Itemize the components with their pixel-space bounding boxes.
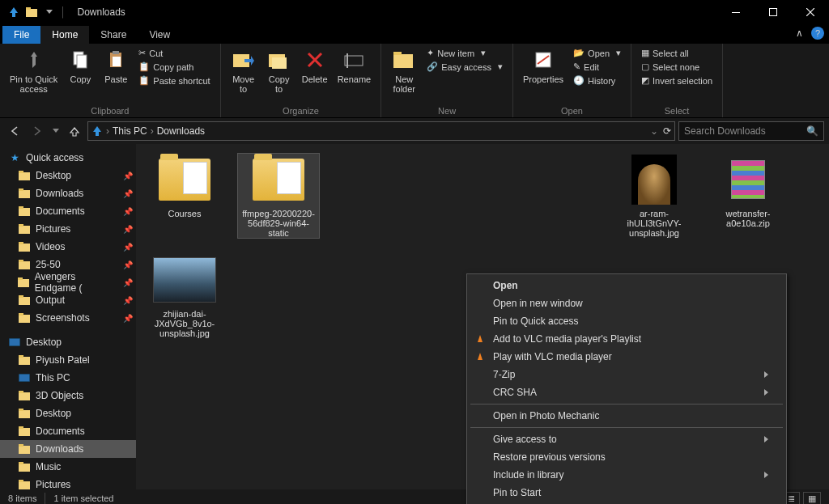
svg-rect-41 xyxy=(19,428,30,436)
ctx-7zip[interactable]: 7-Zip xyxy=(469,366,784,383)
delete-button[interactable]: Delete xyxy=(297,45,333,86)
file-pane[interactable]: Coursesffmpeg-20200220-56df829-win64-sta… xyxy=(136,144,829,489)
svg-rect-18 xyxy=(19,171,23,173)
file-item[interactable]: Courses xyxy=(144,154,225,238)
new-folder-button[interactable]: New folder xyxy=(386,45,422,95)
sidebar-item[interactable]: Output📌 xyxy=(0,291,136,309)
svg-rect-47 xyxy=(19,481,30,489)
sidebar-item[interactable]: Avengers Endgame (📌 xyxy=(0,273,136,291)
tab-view[interactable]: View xyxy=(138,26,181,44)
tab-share[interactable]: Share xyxy=(89,26,138,44)
ctx-restore-prev[interactable]: Restore previous versions xyxy=(469,448,784,466)
sidebar-item[interactable]: Documents📌 xyxy=(0,202,136,220)
address-bar[interactable]: › This PC › Downloads ⌄ ⟳ xyxy=(87,121,675,141)
easy-access-button[interactable]: 🔗Easy access▾ xyxy=(423,61,506,73)
copy-to-button[interactable]: Copy to xyxy=(261,45,297,95)
move-to-button[interactable]: Move to xyxy=(226,45,261,95)
svg-rect-40 xyxy=(19,409,23,411)
search-placeholder: Search Downloads xyxy=(684,125,766,137)
cut-button[interactable]: ✂Cut xyxy=(135,47,213,59)
sidebar-item[interactable]: Pictures xyxy=(0,476,136,489)
properties-button[interactable]: Properties xyxy=(518,45,568,86)
sidebar-quick-access[interactable]: ★ Quick access xyxy=(0,149,136,167)
ctx-pin-start[interactable]: Pin to Start xyxy=(469,484,784,502)
vlc-icon xyxy=(474,350,487,363)
back-button[interactable] xyxy=(5,121,24,141)
invert-selection-button[interactable]: ◩Invert selection xyxy=(638,74,716,87)
select-none-button[interactable]: ▢Select none xyxy=(638,61,716,73)
tab-home[interactable]: Home xyxy=(40,26,89,44)
file-item[interactable]: ffmpeg-20200220-56df829-win64-static xyxy=(238,154,319,238)
open-button[interactable]: 📂Open▾ xyxy=(570,47,624,59)
svg-rect-38 xyxy=(19,391,23,393)
ctx-crc-sha[interactable]: CRC SHA xyxy=(469,383,784,401)
sidebar-item[interactable]: Downloads xyxy=(0,440,136,458)
app-icon xyxy=(6,5,21,19)
paste-shortcut-button[interactable]: 📋Paste shortcut xyxy=(135,74,213,87)
moveto-icon xyxy=(231,47,257,73)
qat-folder-icon[interactable] xyxy=(24,5,39,19)
maximize-button[interactable] xyxy=(755,0,792,24)
svg-rect-27 xyxy=(19,261,30,269)
select-all-button[interactable]: ▦Select all xyxy=(638,47,716,59)
pin-icon: 📌 xyxy=(123,172,133,180)
pin-icon xyxy=(21,47,47,73)
copy-path-button[interactable]: 📋Copy path xyxy=(135,61,213,73)
file-item[interactable]: ar-ram-ihULI3tGnVY-unsplash.jpg xyxy=(614,154,695,238)
qat-dropdown-icon[interactable] xyxy=(42,5,57,19)
ctx-play-vlc[interactable]: Play with VLC media player xyxy=(469,348,784,366)
svg-rect-37 xyxy=(19,392,30,400)
sidebar-desktop-root[interactable]: Desktop xyxy=(0,333,136,351)
svg-rect-17 xyxy=(19,172,30,180)
sidebar-item[interactable]: Pictures📌 xyxy=(0,220,136,238)
sidebar-item[interactable]: 3D Objects xyxy=(0,387,136,404)
ctx-add-vlc-playlist[interactable]: Add to VLC media player's Playlist xyxy=(469,330,784,348)
svg-rect-36 xyxy=(19,355,23,358)
svg-rect-42 xyxy=(19,426,23,429)
addr-dropdown-icon[interactable]: ⌄ xyxy=(650,125,658,137)
sidebar-item[interactable]: Documents xyxy=(0,422,136,440)
sidebar-item[interactable]: Videos📌 xyxy=(0,238,136,256)
ribbon-collapse-icon[interactable]: ∧ xyxy=(796,28,803,39)
close-button[interactable] xyxy=(792,0,829,24)
sidebar-item[interactable]: This PC xyxy=(0,369,136,387)
ctx-photo-mechanic[interactable]: Open in Photo Mechanic xyxy=(469,407,784,425)
copy-button[interactable]: Copy xyxy=(62,45,98,86)
help-icon[interactable]: ? xyxy=(811,27,824,40)
minimize-button[interactable] xyxy=(717,0,755,24)
tab-file[interactable]: File xyxy=(2,26,40,44)
copyto-icon xyxy=(266,47,292,73)
ctx-include-library[interactable]: Include in library xyxy=(469,466,784,484)
folder-icon xyxy=(18,187,31,200)
file-item[interactable]: wetransfer-a0e10a.zip xyxy=(708,154,789,238)
sidebar-item[interactable]: Piyush Patel xyxy=(0,351,136,369)
new-item-button[interactable]: ✦New item▾ xyxy=(423,47,506,59)
folder-icon xyxy=(18,354,31,366)
rename-button[interactable]: Rename xyxy=(333,45,376,86)
sidebar-item[interactable]: Desktop📌 xyxy=(0,167,136,184)
sidebar-item[interactable]: Downloads📌 xyxy=(0,184,136,202)
sidebar-item[interactable]: Desktop xyxy=(0,404,136,422)
edit-button[interactable]: ✎Edit xyxy=(570,61,624,73)
search-box[interactable]: Search Downloads 🔍 xyxy=(678,121,824,141)
ctx-give-access[interactable]: Give access to xyxy=(469,430,784,448)
paste-button[interactable]: Paste xyxy=(98,45,134,86)
crumb-downloads[interactable]: Downloads xyxy=(157,125,205,137)
recent-dropdown[interactable] xyxy=(50,121,62,141)
refresh-button[interactable]: ⟳ xyxy=(663,125,671,137)
pin-quick-access-button[interactable]: Pin to Quick access xyxy=(5,45,62,95)
history-button[interactable]: 🕘History xyxy=(570,74,624,87)
sidebar-item[interactable]: Music xyxy=(0,458,136,476)
up-button[interactable] xyxy=(65,121,84,141)
svg-rect-7 xyxy=(113,51,119,54)
group-open-label: Open xyxy=(518,106,626,117)
ctx-open[interactable]: Open xyxy=(469,277,784,294)
svg-rect-39 xyxy=(19,410,30,418)
ctx-pin-quick[interactable]: Pin to Quick access xyxy=(469,312,784,330)
sidebar-item[interactable]: Screenshots📌 xyxy=(0,309,136,327)
crumb-this-pc[interactable]: This PC xyxy=(113,125,147,137)
forward-button[interactable] xyxy=(28,121,47,141)
icons-view-button[interactable]: ▦ xyxy=(803,492,821,504)
file-item[interactable]: zhijian-dai-JXdVGb_8v1o-unsplash.jpg xyxy=(144,254,225,338)
ctx-open-new-window[interactable]: Open in new window xyxy=(469,294,784,312)
